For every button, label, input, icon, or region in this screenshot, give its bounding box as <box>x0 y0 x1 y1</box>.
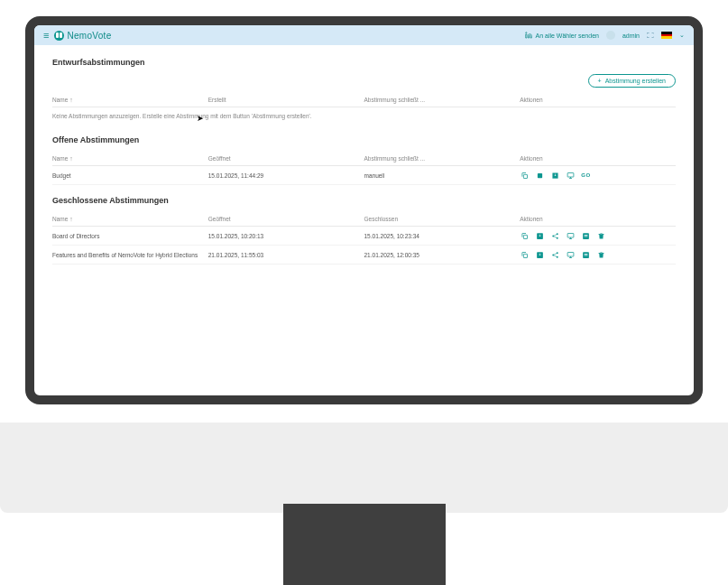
main-content: Entwurfsabstimmungen + Abstimmung erstel… <box>34 45 694 274</box>
row-closed: 21.01.2025, 12:00:35 <box>364 252 521 258</box>
row-name: Board of Directors <box>52 233 208 239</box>
avatar[interactable] <box>606 31 615 40</box>
app-screen: ≡ NemoVote An alle Wähler senden admin ⛶… <box>25 16 703 404</box>
monitor-stand <box>283 504 446 585</box>
col-actions-header: Aktionen <box>520 97 676 103</box>
row-opened: 15.01.2025, 10:20:13 <box>208 233 364 239</box>
col-name-header[interactable]: Name ↑ <box>52 155 208 162</box>
row-name: Budget <box>52 172 208 179</box>
report-icon[interactable] <box>581 250 590 259</box>
row-actions <box>520 250 676 259</box>
col-closed-header[interactable]: Geschlossen <box>364 216 521 222</box>
go-icon[interactable]: GO <box>581 171 590 180</box>
share-icon[interactable] <box>550 231 559 240</box>
svg-rect-1 <box>538 172 542 177</box>
closed-table-header: Name ↑ Geöffnet Geschlossen Aktionen <box>52 212 676 227</box>
download-icon[interactable] <box>550 171 559 180</box>
col-closes-header[interactable]: Abstimmung schließt ... <box>364 97 521 103</box>
delete-icon[interactable] <box>596 250 605 259</box>
sort-asc-icon: ↑ <box>69 216 73 222</box>
col-name-header[interactable]: Name ↑ <box>52 97 208 103</box>
row-closes: manuell <box>364 172 521 179</box>
svg-rect-12 <box>523 254 527 257</box>
open-section-title: Offene Abstimmungen <box>52 135 676 144</box>
col-name-header[interactable]: Name ↑ <box>52 216 208 222</box>
row-closed: 15.01.2025, 10:23:34 <box>364 233 521 239</box>
row-actions <box>520 231 676 240</box>
create-vote-label: Abstimmung erstellen <box>605 78 666 84</box>
col-opened-header[interactable]: Geöffnet <box>208 216 364 222</box>
drafts-empty-message: Keine Abstimmungen anzuzeigen. Erstelle … <box>52 107 676 125</box>
send-all-label: An alle Wähler senden <box>535 32 598 39</box>
copy-icon[interactable] <box>520 171 529 180</box>
svg-rect-10 <box>584 235 587 236</box>
svg-point-14 <box>552 254 554 255</box>
send-icon <box>525 32 532 40</box>
row-opened: 15.01.2025, 11:44:29 <box>208 172 364 179</box>
download-icon[interactable] <box>535 231 544 240</box>
delete-icon[interactable] <box>596 231 605 240</box>
top-header: ≡ NemoVote An alle Wähler senden admin ⛶… <box>34 25 694 45</box>
plus-icon: + <box>598 78 602 84</box>
svg-rect-17 <box>567 252 574 256</box>
stop-icon[interactable] <box>535 171 544 180</box>
copy-icon[interactable] <box>520 250 529 259</box>
svg-point-5 <box>552 235 554 237</box>
copy-icon[interactable] <box>520 231 529 240</box>
col-created-header[interactable]: Erstellt <box>208 97 364 103</box>
logo-icon <box>54 31 64 41</box>
svg-rect-2 <box>567 172 574 177</box>
table-row[interactable]: Budget 15.01.2025, 11:44:29 manuell GO <box>52 166 676 185</box>
svg-rect-0 <box>523 174 527 178</box>
header-right: An alle Wähler senden admin ⛶ ⌄ <box>525 31 685 40</box>
table-row[interactable]: Board of Directors 15.01.2025, 10:20:13 … <box>52 227 676 246</box>
menu-icon[interactable]: ≡ <box>43 30 49 41</box>
download-icon[interactable] <box>535 250 544 259</box>
closed-section-title: Geschlossene Abstimmungen <box>52 196 676 205</box>
fullscreen-icon[interactable]: ⛶ <box>647 32 654 40</box>
svg-rect-8 <box>567 233 574 237</box>
monitor-base <box>0 422 728 513</box>
sort-asc-icon: ↑ <box>69 155 73 162</box>
brand-name: NemoVote <box>67 31 111 41</box>
svg-point-16 <box>557 255 558 257</box>
col-opened-header[interactable]: Geöffnet <box>208 155 364 162</box>
svg-point-6 <box>557 233 558 235</box>
locale-flag-de[interactable] <box>661 32 672 39</box>
report-icon[interactable] <box>581 231 590 240</box>
locale-dropdown-caret[interactable]: ⌄ <box>679 32 685 39</box>
row-name: Features and Benefits of NemoVote for Hy… <box>52 252 208 258</box>
svg-rect-3 <box>523 235 527 238</box>
brand-logo[interactable]: NemoVote <box>54 31 111 41</box>
svg-rect-19 <box>584 254 587 255</box>
username-link[interactable]: admin <box>622 32 640 39</box>
col-actions-header: Aktionen <box>520 216 676 222</box>
svg-point-15 <box>557 252 558 254</box>
col-closes-header[interactable]: Abstimmung schließt ... <box>364 155 521 162</box>
svg-point-7 <box>557 237 558 238</box>
col-actions-header: Aktionen <box>520 155 676 162</box>
send-all-voters-link[interactable]: An alle Wähler senden <box>525 32 598 40</box>
drafts-section-title: Entwurfsabstimmungen <box>52 58 676 67</box>
open-table-header: Name ↑ Geöffnet Abstimmung schließt ... … <box>52 152 676 166</box>
drafts-table-header: Name ↑ Erstellt Abstimmung schließt ... … <box>52 93 676 107</box>
svg-rect-11 <box>584 236 587 237</box>
row-opened: 21.01.2025, 11:55:03 <box>208 252 364 258</box>
create-vote-button[interactable]: + Abstimmung erstellen <box>588 74 676 88</box>
sort-asc-icon: ↑ <box>69 97 73 103</box>
row-actions: GO <box>520 171 676 180</box>
svg-rect-20 <box>584 255 587 255</box>
table-row[interactable]: Features and Benefits of NemoVote for Hy… <box>52 246 676 265</box>
share-icon[interactable] <box>550 250 559 259</box>
present-icon[interactable] <box>566 250 575 259</box>
present-icon[interactable] <box>566 231 575 240</box>
present-icon[interactable] <box>566 171 575 180</box>
